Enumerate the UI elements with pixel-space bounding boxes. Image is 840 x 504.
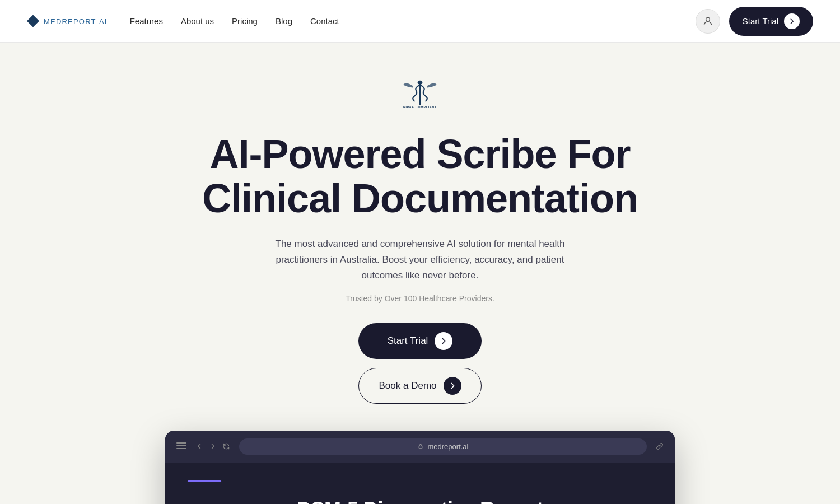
hero-buttons: Start Trial Book a Demo: [358, 323, 482, 404]
sidebar-toggle-icon: [176, 442, 186, 450]
browser-share-icon: [656, 442, 664, 450]
arrow-circle-nav: [784, 13, 800, 29]
logo-text: MEDREPORT AI: [44, 16, 108, 26]
logo-link[interactable]: MEDREPORT AI: [27, 15, 108, 27]
svg-point-0: [706, 17, 710, 21]
browser-nav-icons: [195, 442, 230, 450]
nav-right: Start Trial: [696, 7, 813, 36]
lock-icon: [418, 443, 423, 450]
refresh-icon[interactable]: [222, 442, 230, 450]
svg-text:HIPAA COMPLIANT: HIPAA COMPLIANT: [403, 105, 437, 109]
forward-icon[interactable]: [209, 442, 217, 450]
nav-link-about[interactable]: About us: [181, 16, 214, 26]
start-trial-hero-button[interactable]: Start Trial: [358, 323, 482, 359]
start-trial-hero-label: Start Trial: [388, 335, 428, 347]
start-trial-nav-label: Start Trial: [743, 16, 778, 26]
app-preview: medreport.ai DSM-5 Diagnostics Report Co…: [165, 431, 675, 504]
logo-icon: [27, 15, 39, 27]
nav-link-blog[interactable]: Blog: [276, 16, 292, 26]
nav-link-contact[interactable]: Contact: [310, 16, 339, 26]
doc-title: DSM-5 Diagnostics Report: [188, 498, 652, 504]
app-content: DSM-5 Diagnostics Report Command: [165, 463, 675, 504]
nav-link-features[interactable]: Features: [130, 16, 163, 26]
book-demo-label: Book a Demo: [379, 380, 437, 391]
user-icon: [702, 16, 713, 27]
hero-subtitle: The most advanced and comprehensive AI s…: [263, 236, 577, 283]
browser-chrome: medreport.ai: [165, 431, 675, 463]
arrow-right-icon-nav: [788, 17, 796, 25]
browser-controls: [176, 442, 186, 450]
svg-rect-4: [419, 446, 422, 449]
nav-left: MEDREPORT AI Features About us Pricing B…: [27, 15, 339, 27]
navbar: MEDREPORT AI Features About us Pricing B…: [0, 0, 840, 43]
arrow-right-icon-demo: [448, 381, 457, 390]
browser-url-text: medreport.ai: [428, 442, 469, 451]
svg-point-2: [418, 81, 423, 85]
user-account-button[interactable]: [696, 9, 720, 34]
svg-rect-1: [419, 83, 421, 105]
nav-links: Features About us Pricing Blog Contact: [130, 16, 339, 26]
hero-title: AI-Powered Scribe For Clinical Documenta…: [202, 132, 638, 221]
arrow-circle-hero-primary: [435, 332, 452, 350]
hero-section: HIPAA COMPLIANT AI-Powered Scribe For Cl…: [0, 43, 840, 504]
app-inner: DSM-5 Diagnostics Report Command: [165, 463, 675, 504]
arrow-right-icon-hero: [439, 337, 448, 346]
trusted-text: Trusted by Over 100 Healthcare Providers…: [346, 294, 494, 303]
hipaa-badge: HIPAA COMPLIANT: [400, 76, 440, 112]
browser-url-bar[interactable]: medreport.ai: [239, 438, 647, 455]
doc-progress-bar: [188, 480, 221, 482]
arrow-circle-hero-secondary: [444, 377, 461, 395]
back-icon[interactable]: [195, 442, 203, 450]
hipaa-caduceus-icon: HIPAA COMPLIANT: [400, 76, 440, 110]
nav-link-pricing[interactable]: Pricing: [232, 16, 258, 26]
start-trial-nav-button[interactable]: Start Trial: [729, 7, 813, 36]
book-demo-button[interactable]: Book a Demo: [358, 368, 482, 404]
